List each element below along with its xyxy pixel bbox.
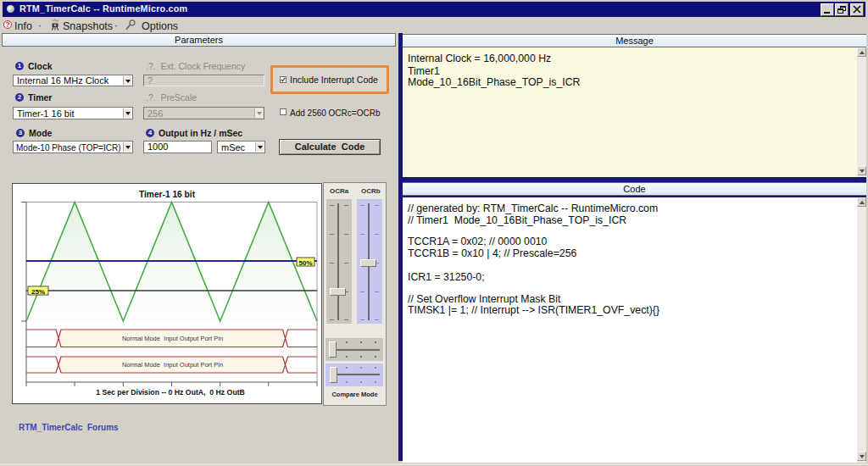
svg-text:25%: 25%	[31, 288, 45, 296]
svg-text:1 Sec per Division -- 0 Hz Out: 1 Sec per Division -- 0 Hz OutA, 0 Hz Ou…	[96, 388, 245, 397]
svg-text:50%: 50%	[298, 259, 312, 267]
svg-text:Normal Mode Input Output Port: Normal Mode Input Output Port Pin	[122, 361, 223, 369]
svg-text:Timer-1 16 bit: Timer-1 16 bit	[139, 190, 196, 199]
svg-text:Normal Mode Input Output Port: Normal Mode Input Output Port Pin	[122, 335, 223, 342]
